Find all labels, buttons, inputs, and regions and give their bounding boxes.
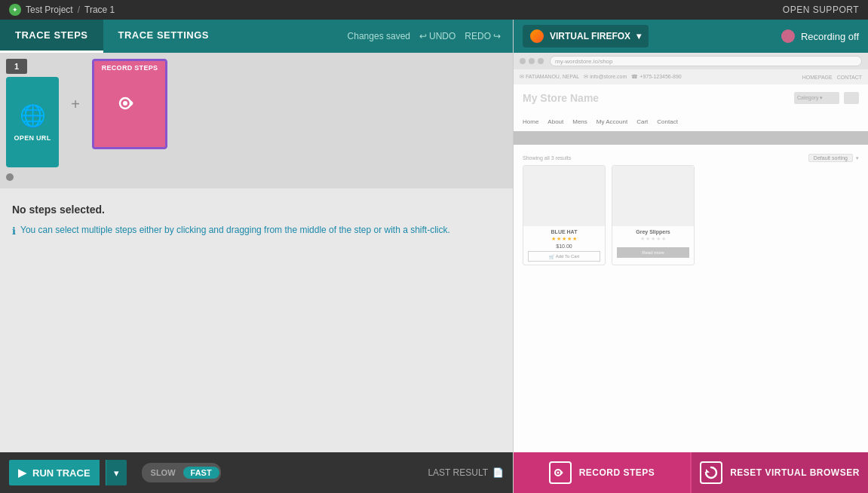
recording-status: Recording off: [801, 31, 859, 42]
svg-point-3: [557, 472, 559, 474]
product-stars-grey-slippers: ★ ★ ★ ★ ★: [617, 236, 689, 242]
redo-button[interactable]: REDO ↪: [465, 31, 501, 41]
product-image-blue-hat: [523, 166, 605, 226]
undo-button[interactable]: ↩ UNDO: [419, 31, 455, 41]
step-1-container: 1 🌐 OPEN URL: [6, 59, 59, 182]
star-4: ★: [567, 236, 572, 242]
trace-name[interactable]: Trace 1: [84, 5, 115, 15]
chevron-down-icon: ▾: [636, 31, 641, 41]
fast-option[interactable]: FAST: [183, 467, 219, 479]
product-card-blue-hat: BLUE HAT ★ ★ ★ ★ ★ $10.00 🛒: [523, 165, 606, 265]
help-text: ℹ You can select multiple steps either b…: [12, 225, 501, 237]
site-banner: [514, 131, 868, 145]
tab-bar: TRACE STEPS TRACE SETTINGS Changes saved…: [0, 20, 513, 53]
play-icon: ▶: [18, 467, 26, 479]
back-dot[interactable]: [520, 58, 526, 64]
tab-actions: Changes saved ↩ UNDO REDO ↪: [348, 20, 513, 53]
add-to-cart-blue-hat[interactable]: 🛒 Add To Cart: [528, 251, 600, 262]
project-icon: ✦: [9, 4, 21, 16]
url-bar[interactable]: my-wordstore.io/shop: [550, 56, 862, 66]
left-panel: TRACE STEPS TRACE SETTINGS Changes saved…: [0, 20, 513, 493]
last-result: LAST RESULT 📄: [428, 467, 504, 478]
reset-browser-action-button[interactable]: RESET VIRTUAL BROWSER: [691, 452, 868, 493]
record-steps-card-icon: [116, 90, 143, 123]
record-steps-action-icon: [549, 461, 572, 484]
bottom-bar: ▶ RUN TRACE ▾ SLOW FAST LAST RESULT 📄: [0, 452, 513, 493]
record-steps-action-button[interactable]: RECORD STEPS: [514, 452, 690, 493]
step-dot: [6, 173, 14, 181]
browser-inner: my-wordstore.io/shop ✉ FATIAMANOU, NEPAL…: [514, 53, 868, 452]
step-number-badge: 1: [6, 59, 27, 74]
site-logo-area: My Store Name Category ▾: [514, 84, 868, 112]
browser-viewport: my-wordstore.io/shop ✉ FATIAMANOU, NEPAL…: [514, 53, 868, 452]
add-step-button[interactable]: +: [65, 59, 86, 149]
main-layout: TRACE STEPS TRACE SETTINGS Changes saved…: [0, 20, 868, 493]
nav-contact[interactable]: Contact: [657, 118, 678, 125]
site-toolbar: my-wordstore.io/shop: [514, 53, 868, 69]
star-1: ★: [551, 236, 556, 242]
showing-count: Showing all 3 results: [523, 155, 571, 161]
star-e5: ★: [661, 236, 666, 242]
run-trace-dropdown[interactable]: ▾: [106, 460, 127, 485]
product-name-blue-hat: BLUE HAT: [528, 229, 600, 234]
star-e1: ★: [640, 236, 645, 242]
browser-action-bar: RECORD STEPS RESET VIRTUAL BROWSER: [514, 452, 868, 493]
star-e3: ★: [651, 236, 655, 242]
currency-selector[interactable]: Category ▾: [794, 92, 839, 104]
info-panel: No steps selected. ℹ You can select mult…: [0, 188, 513, 452]
tab-trace-settings[interactable]: TRACE SETTINGS: [103, 20, 224, 53]
dropdown-arrow-icon: ▾: [114, 467, 119, 479]
nav-dots: [520, 58, 544, 64]
search-icon[interactable]: [844, 92, 859, 104]
site-products: BLUE HAT ★ ★ ★ ★ ★ $10.00 🛒: [514, 165, 868, 265]
nav-account[interactable]: My Account: [597, 118, 627, 125]
logo-controls: Category ▾: [794, 92, 859, 104]
changes-saved: Changes saved: [348, 31, 410, 41]
tab-trace-steps[interactable]: TRACE STEPS: [0, 20, 103, 53]
browser-header: VIRTUAL FIREFOX ▾ Recording off: [514, 20, 868, 53]
star-3: ★: [562, 236, 566, 242]
refresh-dot[interactable]: [538, 58, 544, 64]
recording-dot: [781, 29, 795, 43]
fwd-dot[interactable]: [529, 58, 535, 64]
product-info-grey-slippers: Grey Slippers ★ ★ ★ ★ ★ Read more: [612, 226, 694, 261]
firefox-icon: [530, 29, 544, 43]
sorting-select: Default sorting: [808, 154, 853, 162]
steps-area: 1 🌐 OPEN URL + RECORD STEPS: [0, 53, 513, 188]
star-2: ★: [557, 236, 561, 242]
speed-toggle: SLOW FAST: [142, 463, 221, 482]
star-e2: ★: [646, 236, 650, 242]
record-steps-card-label: RECORD STEPS: [102, 64, 158, 72]
add-icon: +: [71, 96, 80, 113]
nav-home[interactable]: Home: [523, 118, 538, 125]
breadcrumb-sep: /: [78, 5, 80, 15]
showing-row: Showing all 3 results Default sorting ▾: [514, 151, 868, 165]
reset-browser-action-icon: [700, 461, 722, 484]
nav-mens[interactable]: Mens: [572, 118, 587, 125]
product-stars-blue-hat: ★ ★ ★ ★ ★: [528, 236, 600, 242]
right-panel: VIRTUAL FIREFOX ▾ Recording off: [513, 20, 868, 493]
product-price-blue-hat: $10.00: [528, 243, 600, 249]
top-bar: ✦ Test Project / Trace 1 OPEN SUPPORT: [0, 0, 868, 20]
site-contact-row: ✉ FATIAMANOU, NEPAL ✉ info@store.com ☎ +…: [514, 69, 868, 84]
read-more-grey-slippers[interactable]: Read more: [617, 247, 689, 258]
no-steps-text: No steps selected.: [12, 204, 501, 216]
open-url-step[interactable]: 🌐 OPEN URL: [6, 77, 59, 167]
undo-icon: ↩: [419, 31, 427, 41]
product-card-grey-slippers: Grey Slippers ★ ★ ★ ★ ★ Read more: [612, 165, 695, 265]
file-icon: 📄: [492, 467, 504, 478]
nav-about[interactable]: About: [547, 118, 563, 125]
product-name-grey-slippers: Grey Slippers: [617, 229, 689, 234]
sorting-icon: ▾: [856, 155, 859, 161]
sorting-control[interactable]: Default sorting ▾: [808, 154, 859, 162]
product-image-grey-slippers: [612, 166, 694, 226]
nav-cart[interactable]: Cart: [636, 118, 648, 125]
run-trace-button[interactable]: ▶ RUN TRACE: [9, 460, 100, 485]
record-steps-card[interactable]: RECORD STEPS: [92, 59, 167, 149]
open-support[interactable]: OPEN SUPPORT: [783, 5, 859, 15]
browser-selector[interactable]: VIRTUAL FIREFOX ▾: [523, 25, 649, 47]
help-icon: ℹ: [12, 225, 16, 237]
slow-option[interactable]: SLOW: [143, 467, 183, 479]
project-name[interactable]: Test Project: [26, 5, 73, 15]
recording-indicator: Recording off: [781, 29, 859, 43]
